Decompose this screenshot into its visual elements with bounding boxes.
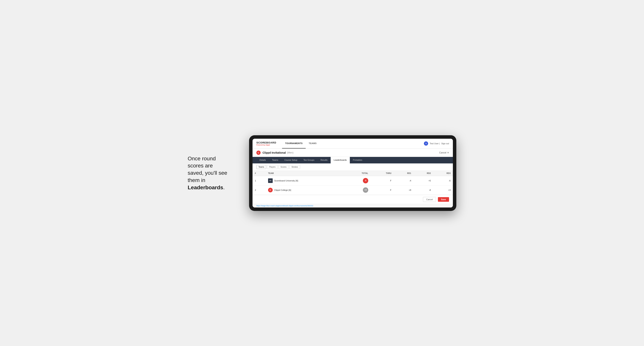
tab-leaderboards[interactable]: Leaderboards xyxy=(331,157,350,164)
logo-area: SCOREBOARD Powered by clippd xyxy=(256,141,276,146)
tournament-logo: C xyxy=(256,151,260,155)
cancel-button[interactable]: Cancel xyxy=(423,197,436,202)
subtab-strokes[interactable]: Strokes xyxy=(290,165,300,169)
rd1-1: -4 xyxy=(394,176,414,185)
nav-right: S Test User | Sign out xyxy=(424,141,449,146)
sidebar-bold: Leaderboards xyxy=(188,184,223,190)
url-bar: https://stage-blue-coach.stagescoreboard… xyxy=(252,204,453,207)
leaderboard-table: # TEAM TOTAL THRU RD1 RD2 RD3 1 xyxy=(252,171,453,195)
sub-tabs: Teams Players Scores Strokes xyxy=(252,164,453,171)
tournament-header: C Clippd Invitational (Men) Cancel ✕ xyxy=(252,149,453,157)
sidebar-line2: scores are xyxy=(188,163,213,169)
rank-2: 2 xyxy=(252,185,266,195)
tab-teams[interactable]: Teams xyxy=(269,157,281,164)
rd2-2: -8 xyxy=(414,185,433,195)
subtab-teams[interactable]: Teams xyxy=(256,165,266,169)
sidebar-line4: them in xyxy=(188,177,205,183)
rank-1: 1 xyxy=(252,176,266,185)
subtab-scores[interactable]: Scores xyxy=(278,165,288,169)
page-wrapper: Once round scores are saved, you'll see … xyxy=(188,135,456,211)
tabs-bar: Details Teams Course Setup Tee Groups Re… xyxy=(252,157,453,164)
tab-tee-groups[interactable]: Tee Groups xyxy=(300,157,318,164)
tablet-screen: SCOREBOARD Powered by clippd TOURNAMENTS… xyxy=(252,139,453,207)
nav-teams[interactable]: TEAMS xyxy=(306,139,320,149)
team-logo-1: SU xyxy=(268,178,273,183)
col-rd1: RD1 xyxy=(394,171,414,176)
rd2-1: +5 xyxy=(414,176,433,185)
col-thru: THRU xyxy=(370,171,394,176)
user-avatar: S xyxy=(424,141,428,146)
user-name: Test User | xyxy=(430,142,440,145)
nav-tournaments[interactable]: TOURNAMENTS xyxy=(282,139,306,149)
tablet-device: SCOREBOARD Powered by clippd TOURNAMENTS… xyxy=(249,135,456,211)
thru-1: F xyxy=(370,176,394,185)
rd3-2: +3 xyxy=(433,185,453,195)
sidebar-period: . xyxy=(223,184,225,190)
tournament-title: Clippd Invitational xyxy=(262,151,286,154)
team-name-1: SU Scoreboard University [A] xyxy=(266,176,345,185)
tab-details[interactable]: Details xyxy=(256,157,269,164)
logo-scoreboard: SCOREBOARD xyxy=(256,141,276,144)
sign-out-link[interactable]: Sign out xyxy=(441,142,449,145)
url-text: https://stage-blue-coach.stagescoreboard… xyxy=(256,205,313,207)
thru-2: F xyxy=(370,185,394,195)
tournament-subtitle: (Men) xyxy=(287,151,294,154)
nav-links: TOURNAMENTS TEAMS xyxy=(282,139,424,149)
tab-results[interactable]: Results xyxy=(318,157,331,164)
save-button[interactable]: Save xyxy=(438,197,449,202)
cancel-tournament[interactable]: Cancel ✕ xyxy=(439,151,449,154)
table-header-row: # TEAM TOTAL THRU RD1 RD2 RD3 xyxy=(252,171,453,176)
col-total: TOTAL xyxy=(345,171,370,176)
table-row: 2 C Clippd College [A] +3 xyxy=(252,185,453,195)
col-rd2: RD2 xyxy=(414,171,433,176)
tab-course-setup[interactable]: Course Setup xyxy=(281,157,300,164)
table-row: 1 SU Scoreboard University [A] -5 xyxy=(252,176,453,185)
team-logo-2: C xyxy=(268,188,273,192)
leaderboard-table-container: # TEAM TOTAL THRU RD1 RD2 RD3 1 xyxy=(252,171,453,195)
sidebar-text: Once round scores are saved, you'll see … xyxy=(188,155,238,191)
tab-printables[interactable]: Printables xyxy=(350,157,365,164)
team-name-2: C Clippd College [A] xyxy=(266,185,345,195)
nav-bar: SCOREBOARD Powered by clippd TOURNAMENTS… xyxy=(252,139,453,149)
total-1: -5 xyxy=(345,176,370,185)
total-2: +3 xyxy=(345,185,370,195)
col-rank: # xyxy=(252,171,266,176)
close-icon: ✕ xyxy=(447,151,449,154)
footer-bar: Cancel Save xyxy=(252,195,453,204)
sidebar-line1: Once round xyxy=(188,156,216,162)
sidebar-line3: saved, you'll see xyxy=(188,170,227,176)
rd1-2: +8 xyxy=(394,185,414,195)
col-rd3: RD3 xyxy=(433,171,453,176)
rd3-1: -6 xyxy=(433,176,453,185)
logo-powered: Powered by clippd xyxy=(256,144,276,146)
col-team: TEAM xyxy=(266,171,345,176)
subtab-players[interactable]: Players xyxy=(267,165,278,169)
logo-brand: clippd xyxy=(266,144,270,146)
score-badge-2: +3 xyxy=(363,187,368,193)
score-badge-1: -5 xyxy=(363,178,368,183)
